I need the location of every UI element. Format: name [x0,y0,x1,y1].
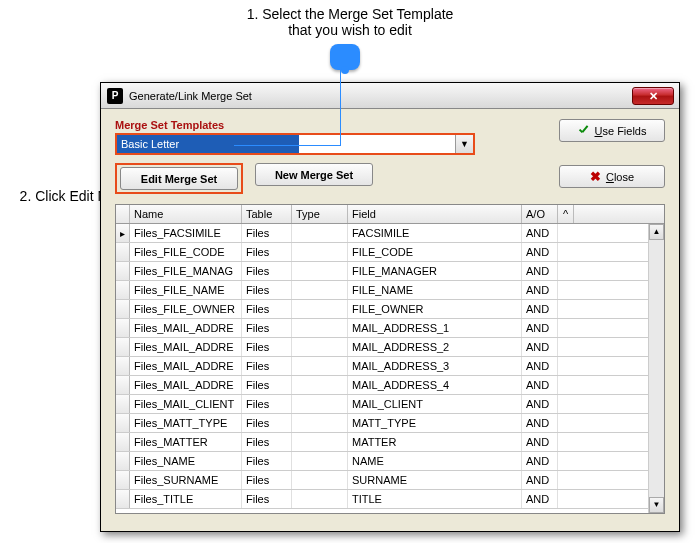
table-header-row: Name Table Type Field A/O ^ [116,205,664,224]
cell-table: Files [242,262,292,280]
app-icon: P [107,88,123,104]
cell-table: Files [242,433,292,451]
cell-type [292,319,348,337]
cell-ao: AND [522,262,558,280]
annotation-step1: 1. Select the Merge Set Template that yo… [220,6,480,38]
table-row[interactable]: Files_MAIL_ADDREFilesMAIL_ADDRESS_2AND [116,338,664,357]
scroll-down-button[interactable]: ▼ [649,497,664,513]
connector-line [340,70,341,145]
table-row[interactable]: Files_MAIL_ADDREFilesMAIL_ADDRESS_1AND [116,319,664,338]
table-row[interactable]: Files_FILE_NAMEFilesFILE_NAMEAND [116,281,664,300]
new-merge-set-button[interactable]: New Merge Set [255,163,373,186]
cell-table: Files [242,452,292,470]
check-icon [578,125,590,137]
template-combobox[interactable]: ▼ [115,133,475,155]
highlight-edit-merge-set: Edit Merge Set [115,163,243,194]
table-row[interactable]: Files_MATT_TYPEFilesMATT_TYPEAND [116,414,664,433]
callout-balloon-1 [330,44,360,70]
row-marker [116,300,130,318]
table-row[interactable]: ▸Files_FACSIMILEFilesFACSIMILEAND [116,224,664,243]
cell-ao: AND [522,357,558,375]
button-label: Edit Merge Set [141,173,217,185]
col-header-type[interactable]: Type [292,205,348,223]
row-marker [116,262,130,280]
chevron-down-icon[interactable]: ▼ [455,135,473,153]
edit-merge-set-button[interactable]: Edit Merge Set [120,167,238,190]
table-row[interactable]: Files_FILE_CODEFilesFILE_CODEAND [116,243,664,262]
table-row[interactable]: Files_NAMEFilesNAMEAND [116,452,664,471]
window-close-button[interactable]: ✕ [632,87,674,105]
close-button[interactable]: ✖ Close [559,165,665,188]
cell-ao: AND [522,433,558,451]
template-input[interactable] [117,135,299,153]
cell-table: Files [242,281,292,299]
table-row[interactable]: Files_MATTERFilesMATTERAND [116,433,664,452]
cell-ao: AND [522,395,558,413]
cell-type [292,395,348,413]
col-header-name[interactable]: Name [130,205,242,223]
row-marker: ▸ [116,224,130,242]
col-header-table[interactable]: Table [242,205,292,223]
row-marker [116,433,130,451]
cell-ao: AND [522,376,558,394]
window-title: Generate/Link Merge Set [129,90,252,102]
cell-name: Files_MAIL_ADDRE [130,338,242,356]
cell-table: Files [242,357,292,375]
titlebar[interactable]: P Generate/Link Merge Set ✕ [101,83,679,109]
table-row[interactable]: Files_TITLEFilesTITLEAND [116,490,664,509]
cell-type [292,452,348,470]
cell-field: FILE_OWNER [348,300,522,318]
cell-table: Files [242,376,292,394]
cell-type [292,281,348,299]
merge-fields-grid[interactable]: Name Table Type Field A/O ^ ▸Files_FACSI… [115,204,665,514]
cell-field: MATTER [348,433,522,451]
cell-name: Files_MAIL_ADDRE [130,357,242,375]
cell-table: Files [242,243,292,261]
use-fields-button[interactable]: Use Fields [559,119,665,142]
cell-name: Files_FACSIMILE [130,224,242,242]
row-marker-header [116,205,130,223]
cell-name: Files_FILE_CODE [130,243,242,261]
row-marker [116,414,130,432]
table-row[interactable]: Files_FILE_OWNERFilesFILE_OWNERAND [116,300,664,319]
cell-field: MATT_TYPE [348,414,522,432]
cell-type [292,433,348,451]
row-marker [116,281,130,299]
cell-name: Files_FILE_OWNER [130,300,242,318]
scroll-up-button[interactable]: ▲ [649,224,664,240]
table-row[interactable]: Files_MAIL_ADDREFilesMAIL_ADDRESS_3AND [116,357,664,376]
cell-field: FILE_CODE [348,243,522,261]
col-header-field[interactable]: Field [348,205,522,223]
row-marker [116,452,130,470]
table-row[interactable]: Files_MAIL_CLIENTFilesMAIL_CLIENTAND [116,395,664,414]
cell-table: Files [242,414,292,432]
cell-type [292,224,348,242]
cell-ao: AND [522,452,558,470]
cell-table: Files [242,471,292,489]
cell-type [292,300,348,318]
row-marker [116,243,130,261]
dialog-generate-link-merge-set: P Generate/Link Merge Set ✕ Merge Set Te… [100,82,680,532]
table-row[interactable]: Files_SURNAMEFilesSURNAMEAND [116,471,664,490]
table-row[interactable]: Files_MAIL_ADDREFilesMAIL_ADDRESS_4AND [116,376,664,395]
button-label: New Merge Set [275,169,353,181]
cell-name: Files_FILE_NAME [130,281,242,299]
cell-type [292,338,348,356]
cell-ao: AND [522,224,558,242]
cell-type [292,414,348,432]
vertical-scrollbar[interactable]: ▲ ▼ [648,224,664,513]
cell-field: MAIL_ADDRESS_1 [348,319,522,337]
cell-type [292,357,348,375]
connector-line [234,145,341,146]
col-header-ao[interactable]: A/O [522,205,558,223]
row-marker [116,319,130,337]
cell-table: Files [242,490,292,508]
cell-name: Files_FILE_MANAG [130,262,242,280]
cell-name: Files_NAME [130,452,242,470]
table-row[interactable]: Files_FILE_MANAGFilesFILE_MANAGERAND [116,262,664,281]
cell-table: Files [242,395,292,413]
cell-ao: AND [522,319,558,337]
cell-name: Files_MAIL_ADDRE [130,319,242,337]
cell-field: MAIL_ADDRESS_3 [348,357,522,375]
cell-field: NAME [348,452,522,470]
